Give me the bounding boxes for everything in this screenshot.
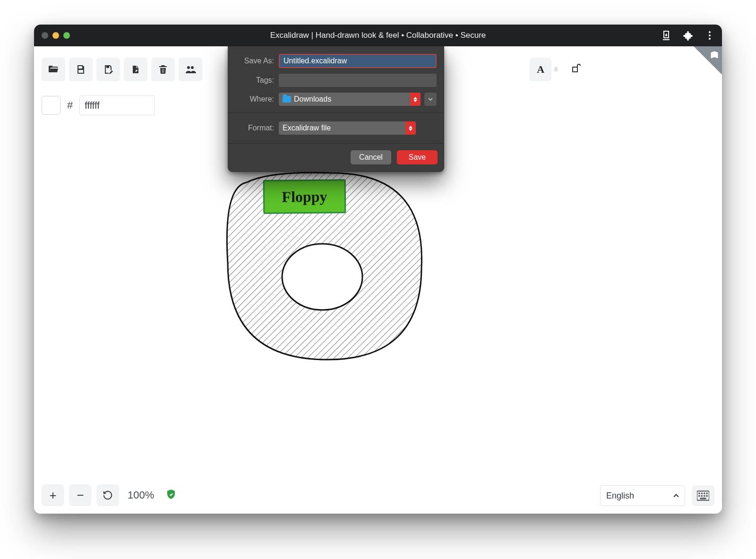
folder-icon — [283, 96, 291, 103]
where-label: Where: — [235, 95, 279, 103]
tags-label: Tags: — [235, 76, 279, 85]
window-fullscreen-icon[interactable] — [63, 32, 70, 39]
format-dropdown[interactable]: Excalidraw file — [279, 121, 416, 135]
text-tool-button[interactable]: A — [530, 58, 551, 81]
svg-rect-17 — [706, 495, 708, 497]
kebab-menu-icon[interactable] — [704, 30, 715, 41]
encrypted-shield-icon[interactable] — [165, 489, 177, 502]
svg-point-0 — [709, 31, 711, 33]
where-value: Downloads — [294, 95, 331, 103]
save-button[interactable] — [69, 58, 93, 81]
zoom-controls: + − 100% — [42, 484, 177, 506]
background-color-picker: # — [42, 95, 155, 115]
app-window: Excalidraw | Hand-drawn look & feel • Co… — [34, 25, 722, 514]
format-value: Excalidraw file — [283, 124, 331, 132]
svg-point-8 — [282, 244, 362, 310]
keyboard-shortcuts-button[interactable] — [692, 485, 714, 506]
save-as-value: Untitled.excalidraw — [284, 57, 347, 65]
app-canvas-area[interactable]: A 8 # — [34, 46, 722, 514]
hash-symbol: # — [64, 99, 76, 112]
tags-input[interactable] — [279, 74, 437, 87]
stepper-icon — [410, 93, 421, 106]
svg-point-2 — [709, 38, 711, 40]
svg-rect-15 — [701, 495, 703, 497]
open-button[interactable] — [42, 58, 65, 81]
drawing-label-text: Floppy — [282, 188, 327, 206]
svg-point-4 — [191, 66, 194, 69]
svg-rect-11 — [701, 493, 703, 494]
save-as-input[interactable]: Untitled.excalidraw — [279, 54, 437, 68]
zoom-reset-button[interactable] — [96, 484, 119, 506]
save-as-button[interactable] — [96, 58, 120, 81]
window-titlebar: Excalidraw | Hand-drawn look & feel • Co… — [34, 25, 722, 46]
svg-rect-13 — [706, 493, 708, 494]
text-tool-shortcut: 8 — [554, 66, 558, 73]
zoom-level: 100% — [128, 489, 154, 501]
bottom-right-controls: English — [600, 485, 714, 506]
install-app-icon[interactable] — [661, 30, 672, 41]
window-traffic-lights — [42, 32, 70, 39]
svg-rect-14 — [698, 495, 700, 497]
where-expand-button[interactable] — [424, 93, 437, 106]
save-confirm-button[interactable]: Save — [397, 150, 438, 164]
format-label: Format: — [235, 124, 279, 132]
export-button[interactable] — [124, 58, 147, 81]
language-value: English — [606, 491, 634, 501]
save-file-dialog: Save As: Untitled.excalidraw Tags: — [228, 46, 444, 172]
color-swatch[interactable] — [42, 96, 60, 115]
window-close-icon[interactable] — [42, 32, 48, 39]
cancel-button-label: Cancel — [359, 153, 383, 162]
svg-point-1 — [709, 34, 711, 36]
save-button-label: Save — [409, 153, 426, 162]
file-toolbar — [42, 58, 202, 81]
text-tool-label: A — [537, 63, 544, 76]
svg-rect-18 — [700, 498, 706, 499]
zoom-in-button[interactable]: + — [42, 484, 64, 506]
shape-toolbar-right: A 8 — [530, 58, 584, 81]
svg-rect-10 — [698, 493, 700, 494]
window-title: Excalidraw | Hand-drawn look & feel • Co… — [270, 31, 486, 40]
window-minimize-icon[interactable] — [52, 32, 59, 39]
svg-rect-16 — [704, 495, 705, 497]
save-as-label: Save As: — [235, 57, 279, 65]
drawing-label: Floppy — [263, 179, 346, 214]
clear-canvas-button[interactable] — [151, 58, 175, 81]
hex-color-input[interactable] — [79, 95, 155, 115]
svg-rect-12 — [704, 493, 705, 494]
extensions-icon[interactable] — [682, 30, 694, 41]
where-dropdown[interactable]: Downloads — [279, 93, 421, 106]
corner-ribbon[interactable] — [694, 46, 722, 75]
svg-point-3 — [187, 66, 190, 69]
stepper-icon — [405, 121, 416, 135]
cancel-button[interactable]: Cancel — [351, 150, 391, 164]
collaboration-button[interactable] — [179, 58, 202, 81]
chevron-up-icon — [673, 493, 679, 499]
lock-toggle-button[interactable] — [571, 63, 584, 76]
language-dropdown[interactable]: English — [600, 485, 685, 506]
zoom-out-button[interactable]: − — [69, 484, 92, 506]
